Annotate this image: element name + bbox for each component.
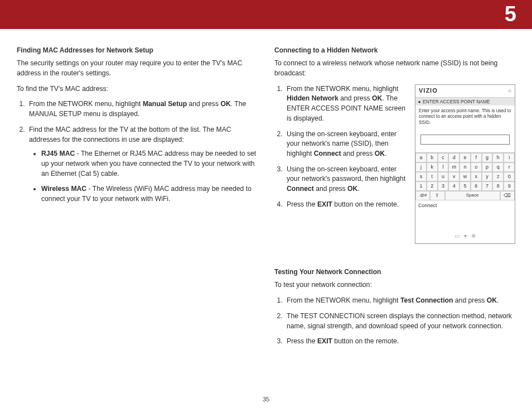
list-item: RJ45 MAC - The Ethernet or RJ45 MAC addr… [41,149,258,179]
bold-text: Wireless MAC [41,185,86,193]
text: From the NETWORK menu, highlight [287,85,398,93]
text: Press the [287,337,317,345]
key[interactable]: l [438,162,449,172]
bold-text: OK [220,100,230,108]
key[interactable]: 5 [460,181,471,191]
wide-icon: ▭ [454,232,460,241]
key[interactable]: 6 [471,181,482,191]
key[interactable]: c [438,153,449,162]
ssid-input[interactable] [420,135,510,145]
text: . [497,296,499,304]
list-item: Using the on-screen keyboard, enter your… [284,165,407,194]
key[interactable]: 1 [415,181,427,191]
key[interactable]: y [482,172,493,181]
key[interactable]: z [492,172,504,181]
ordered-list: From the NETWORK menu, highlight Manual … [27,99,258,204]
key[interactable]: m [448,162,460,172]
list-item: Find the MAC address for the TV at the b… [27,125,258,204]
paragraph: The security settings on your router may… [17,59,258,78]
key[interactable]: o [471,162,482,172]
right-column: Connecting to a Hidden Network To connec… [274,46,515,354]
key[interactable]: a [415,153,427,162]
key[interactable]: x [471,172,482,181]
text: button on the remote. [332,200,399,208]
key[interactable]: r [504,162,515,172]
list-item: From the NETWORK menu, highlight Hidden … [284,84,407,124]
text: Using the on-screen keyboard, enter your… [287,165,405,183]
key[interactable]: f [471,153,482,162]
bold-text: OK [487,296,497,304]
key[interactable]: t [427,172,438,181]
key[interactable]: s [415,172,427,181]
list-item: From the NETWORK menu, highlight Manual … [27,99,258,119]
bold-text: OK [375,150,385,157]
key[interactable]: d [448,153,460,162]
bold-text: RJ45 MAC [41,150,75,157]
chapter-header-bar: 5 [0,0,532,29]
symbols-key[interactable]: .@# [415,191,430,200]
page-content: Finding MAC Addresses for Network Setup … [0,29,532,354]
key[interactable]: 3 [438,181,449,191]
bold-text: EXIT [317,337,332,345]
list-item: Press the EXIT button on the remote. [284,200,407,210]
key[interactable]: k [427,162,438,172]
bold-text: Connect [287,185,314,193]
brand-logo: VIZIO [419,87,438,95]
section-title-mac: Finding MAC Addresses for Network Setup [17,46,258,55]
ui-header: VIZIO ⌂ [415,85,515,98]
key[interactable]: v [448,172,460,181]
bold-text: OK [372,94,382,102]
tv-ui-mock: VIZIO ⌂ ◂ ENTER ACCESS POINT NAME Enter … [415,84,515,244]
paragraph: To connect to a wireless network whose n… [274,59,515,78]
page-number: 35 [263,395,269,404]
home-icon: ⌂ [509,87,511,94]
key[interactable]: b [427,153,438,162]
key[interactable]: h [492,153,504,162]
ui-title-row: ◂ ENTER ACCESS POINT NAME [415,98,515,106]
text: and press [338,94,372,102]
key[interactable]: u [438,172,449,181]
connect-button[interactable]: Connect [415,200,515,211]
bold-text: OK [347,185,357,193]
backspace-key[interactable]: ⌫ [500,191,515,200]
key[interactable]: 0 [504,172,515,181]
text: Press the [287,200,317,208]
key[interactable]: 7 [482,181,493,191]
key[interactable]: q [492,162,504,172]
key[interactable]: 9 [504,181,515,191]
bold-text: Manual Setup [143,100,187,108]
ui-help-text: Enter your access point name. This is us… [415,106,515,131]
list-item: Wireless MAC - The Wireless (WiFi) MAC a… [41,184,258,204]
key[interactable]: 4 [448,181,460,191]
paragraph: To find the TV's MAC address: [17,84,258,94]
key[interactable]: e [460,153,471,162]
bold-text: Hidden Network [287,94,338,102]
text: From the NETWORK menu, highlight [29,100,143,108]
key[interactable]: i [504,153,515,162]
key[interactable]: n [460,162,471,172]
key[interactable]: j [415,162,427,172]
text: and press [341,150,375,157]
list-item: From the NETWORK menu, highlight Test Co… [284,296,515,306]
hidden-network-steps: From the NETWORK menu, highlight Hidden … [274,84,407,244]
section-title-testing: Testing Your Network Connection [274,267,515,277]
key[interactable]: 8 [492,181,504,191]
key[interactable]: w [460,172,471,181]
gear-icon: ✲ [471,232,476,241]
bold-text: Connect [314,150,341,157]
ordered-list: From the NETWORK menu, highlight Test Co… [284,296,515,347]
left-column: Finding MAC Addresses for Network Setup … [17,46,258,354]
key[interactable]: 2 [427,181,438,191]
text: . [385,150,386,157]
testing-section: Testing Your Network Connection To test … [274,267,515,347]
bold-text: EXIT [317,200,332,208]
shift-key[interactable]: ⇧ [430,191,444,200]
key[interactable]: p [482,162,493,172]
chapter-number: 5 [505,0,516,30]
list-item: Press the EXIT button on the remote. [284,337,515,347]
list-item: The TEST CONNECTION screen displays the … [284,312,515,331]
text: and press [314,185,347,193]
space-key[interactable]: Space [445,191,500,200]
ui-title: ENTER ACCESS POINT NAME [423,98,490,105]
key[interactable]: g [482,153,493,162]
